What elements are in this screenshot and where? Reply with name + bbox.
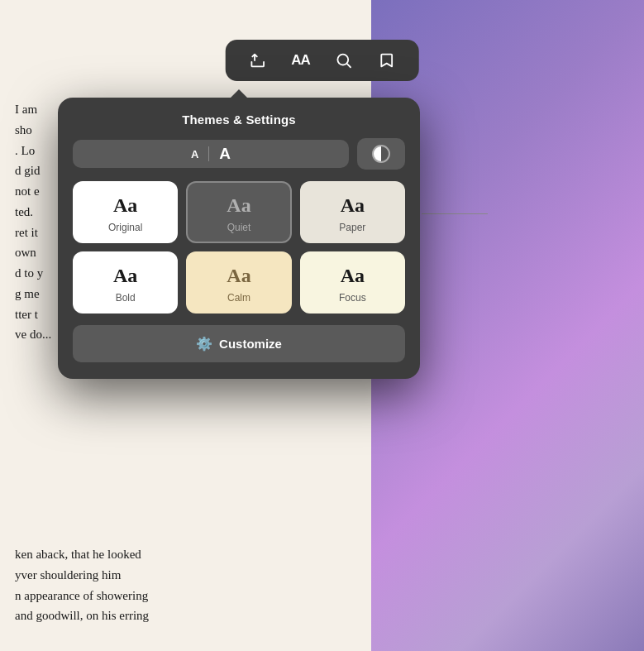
themes-settings-popup: Themes & Settings A A Aa Original Aa Qui… — [58, 98, 420, 379]
customize-button[interactable]: ⚙️ Customize — [73, 325, 405, 362]
theme-calm-aa: Aa — [227, 265, 250, 287]
font-size-group: A A — [73, 140, 349, 168]
search-button[interactable] — [332, 48, 356, 73]
customize-gear-icon: ⚙️ — [196, 336, 212, 352]
theme-focus[interactable]: Aa Focus — [300, 251, 405, 314]
theme-paper[interactable]: Aa Paper — [300, 181, 405, 243]
font-decrease-button[interactable]: A — [191, 148, 198, 160]
svg-line-1 — [347, 64, 351, 67]
theme-bold-label: Bold — [116, 292, 136, 304]
share-button[interactable] — [245, 48, 270, 73]
theme-paper-label: Paper — [339, 222, 365, 233]
bookmark-button[interactable] — [374, 48, 399, 73]
theme-calm[interactable]: Aa Calm — [186, 251, 291, 314]
theme-focus-aa: Aa — [341, 265, 365, 287]
theme-bold[interactable]: Aa Bold — [73, 251, 178, 314]
bookmark-icon — [378, 51, 396, 69]
theme-calm-label: Calm — [227, 292, 250, 304]
theme-focus-label: Focus — [339, 292, 366, 304]
theme-quiet-label: Quiet — [227, 222, 251, 233]
connector-line — [422, 213, 488, 214]
contrast-button[interactable] — [357, 138, 405, 170]
font-increase-button[interactable]: A — [219, 145, 231, 163]
font-size-button[interactable]: AA — [288, 49, 313, 72]
theme-quiet[interactable]: Aa Quiet — [186, 181, 291, 243]
font-controls-row: A A — [73, 138, 405, 170]
font-divider — [208, 146, 209, 161]
popup-title: Themes & Settings — [73, 112, 405, 127]
theme-bold-aa: Aa — [113, 265, 137, 287]
reader-text-bottom: ken aback, that he looked yver shoulderi… — [0, 544, 355, 651]
share-icon — [248, 51, 266, 69]
contrast-icon — [372, 145, 390, 163]
font-size-icon: AA — [291, 52, 310, 69]
search-icon — [335, 51, 353, 69]
theme-quiet-aa: Aa — [227, 194, 250, 217]
themes-grid: Aa Original Aa Quiet Aa Paper Aa Bold Aa… — [73, 181, 405, 314]
theme-original-label: Original — [108, 222, 142, 233]
theme-original[interactable]: Aa Original — [73, 181, 178, 243]
theme-original-aa: Aa — [113, 194, 137, 217]
customize-label: Customize — [219, 337, 282, 351]
reader-toolbar: AA — [225, 40, 419, 81]
theme-paper-aa: Aa — [341, 194, 365, 217]
